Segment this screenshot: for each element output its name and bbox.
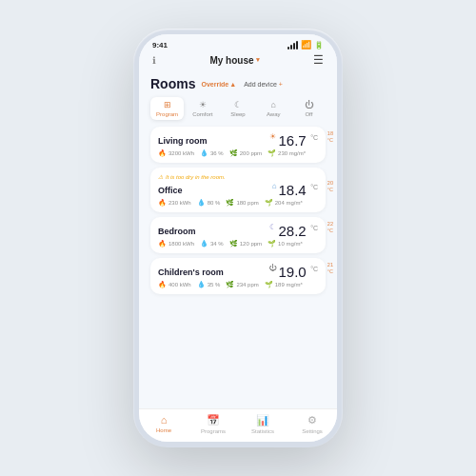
room-stats: 🔥 400 kWh 💧 35 % 🌿 234 ppm 🌱 189 mg/m³ (158, 281, 318, 288)
nav-home-label: Home (156, 427, 171, 433)
flame-icon: 🔥 (158, 281, 167, 288)
temperature-value: 18.4 (278, 182, 306, 198)
room-name: Living room (158, 136, 208, 146)
room-card-childrens-room[interactable]: Children's room ⏻ 19.0 °C 21°C (150, 258, 326, 294)
away-icon: ⌂ (270, 100, 275, 109)
temperature-value: 19.0 (278, 264, 306, 280)
room-stats: 🔥 3200 kWh 💧 36 % 🌿 200 ppm 🌱 230 mg/m³ (158, 149, 318, 157)
program-icon: ⊞ (164, 100, 171, 109)
sleep-icon: ☾ (234, 100, 242, 109)
main-content: Rooms Override ▲ Add device + ⊞ Program … (139, 70, 337, 408)
nav-settings-label: Settings (302, 428, 323, 434)
flame-icon: 🔥 (158, 199, 167, 207)
leaf-icon: 🌿 (226, 199, 234, 207)
stat-energy: 🔥 3200 kWh (158, 149, 194, 157)
phone-screen: 9:41 📶 🔋 ℹ My house ▾ ☰ (139, 34, 337, 442)
air-icon: 🌱 (265, 199, 273, 207)
rooms-header: Rooms Override ▲ Add device + (150, 76, 326, 91)
status-icons: 📶 🔋 (288, 40, 324, 50)
room-card-office[interactable]: ⚠ It is too dry in the room. Office ⌂ 18… (150, 168, 326, 212)
tab-away-label: Away (267, 111, 281, 117)
room-name: Bedroom (158, 227, 196, 236)
mode-icon: ⌂ (272, 182, 277, 190)
room-name: Children's room (158, 268, 224, 277)
stat-voc: 🌱 204 mg/m³ (265, 199, 303, 207)
chevron-down-icon: ▾ (256, 56, 260, 64)
stat-co2: 🌿 200 ppm (229, 149, 262, 157)
stat-co2: 🌿 180 ppm (226, 199, 258, 207)
stat-voc: 🌱 230 mg/m³ (268, 149, 306, 157)
info-icon[interactable]: ℹ (152, 55, 156, 66)
stat-humidity: 💧 80 % (197, 199, 221, 207)
air-icon: 🌱 (268, 240, 276, 248)
status-bar: 9:41 📶 🔋 (139, 34, 337, 51)
room-stats: 🔥 230 kWh 💧 80 % 🌿 180 ppm 🌱 204 mg/m³ (158, 199, 318, 207)
leaf-icon: 🌿 (226, 281, 234, 288)
temp-set: 22°C (327, 221, 333, 233)
leaf-icon: 🌿 (229, 149, 238, 157)
stat-energy: 🔥 230 kWh (158, 199, 191, 207)
drop-icon: 💧 (197, 199, 206, 207)
tab-comfort-label: Comfort (192, 111, 212, 117)
stat-energy: 🔥 1800 kWh (158, 240, 194, 248)
programs-icon: 📅 (207, 414, 220, 426)
warning-message: ⚠ It is too dry in the room. (158, 173, 318, 180)
tab-program[interactable]: ⊞ Program (150, 97, 184, 120)
stat-voc: 🌱 189 mg/m³ (265, 281, 303, 288)
nav-settings[interactable]: ⚙ Settings (288, 414, 337, 434)
mode-icon: ⏻ (268, 264, 276, 272)
stat-co2: 🌿 234 ppm (226, 281, 258, 288)
room-card-bedroom[interactable]: Bedroom ☾ 28.2 °C 22°C (150, 217, 326, 253)
tab-off[interactable]: ⏻ Off (292, 97, 326, 120)
stat-co2: 🌿 120 ppm (229, 240, 262, 248)
nav-statistics-label: Statistics (251, 428, 274, 434)
rooms-title: Rooms (150, 76, 195, 91)
temp-set: 18°C (327, 130, 333, 143)
wifi-icon: 📶 (301, 40, 311, 50)
warning-icon: ⚠ (158, 173, 163, 180)
mode-icon: ☀ (269, 132, 276, 141)
room-name: Office (158, 186, 183, 195)
drop-icon: 💧 (200, 240, 208, 248)
tab-sleep-label: Sleep (230, 111, 245, 117)
comfort-icon: ☀ (199, 100, 207, 109)
home-icon: ⌂ (161, 414, 168, 426)
room-card-living-room[interactable]: Living room ☀ 16.7 °C 18°C (150, 127, 326, 163)
air-icon: 🌱 (268, 149, 276, 157)
add-device-button[interactable]: Add device + (244, 81, 283, 88)
mode-tabs: ⊞ Program ☀ Comfort ☾ Sleep ⌂ Away ⏻ O (150, 97, 326, 120)
settings-icon: ⚙ (307, 414, 317, 426)
override-button[interactable]: Override ▲ (201, 81, 236, 88)
room-stats: 🔥 1800 kWh 💧 34 % 🌿 120 ppm 🌱 10 mg/m³ (158, 240, 318, 248)
bottom-nav: ⌂ Home 📅 Programs 📊 Statistics ⚙ Setting… (139, 408, 337, 442)
menu-icon[interactable]: ☰ (313, 53, 324, 67)
phone-frame: 9:41 📶 🔋 ℹ My house ▾ ☰ (133, 29, 343, 447)
statistics-icon: 📊 (256, 414, 269, 426)
drop-icon: 💧 (197, 281, 206, 288)
house-selector[interactable]: My house ▾ (209, 55, 259, 66)
tab-off-label: Off (305, 111, 312, 117)
tab-comfort[interactable]: ☀ Comfort (186, 97, 219, 120)
stat-voc: 🌱 10 mg/m³ (268, 240, 302, 248)
leaf-icon: 🌿 (229, 240, 238, 248)
stat-humidity: 💧 36 % (200, 149, 224, 157)
nav-programs-label: Programs (201, 428, 226, 434)
stat-humidity: 💧 35 % (197, 281, 221, 288)
tab-away[interactable]: ⌂ Away (257, 97, 290, 120)
tab-sleep[interactable]: ☾ Sleep (221, 97, 254, 120)
temp-set: 21°C (327, 262, 333, 274)
nav-home[interactable]: ⌂ Home (139, 414, 188, 434)
status-time: 9:41 (152, 41, 168, 50)
nav-programs[interactable]: 📅 Programs (188, 414, 238, 434)
temperature-value: 16.7 (278, 132, 306, 149)
top-nav: ℹ My house ▾ ☰ (139, 51, 337, 70)
flame-icon: 🔥 (158, 149, 167, 157)
tab-program-label: Program (156, 111, 178, 117)
mode-icon: ☾ (269, 223, 276, 231)
nav-statistics[interactable]: 📊 Statistics (238, 414, 288, 434)
stat-energy: 🔥 400 kWh (158, 281, 191, 288)
air-icon: 🌱 (265, 281, 273, 288)
battery-icon: 🔋 (314, 41, 324, 50)
temp-set: 20°C (327, 180, 333, 192)
off-icon: ⏻ (305, 100, 313, 109)
